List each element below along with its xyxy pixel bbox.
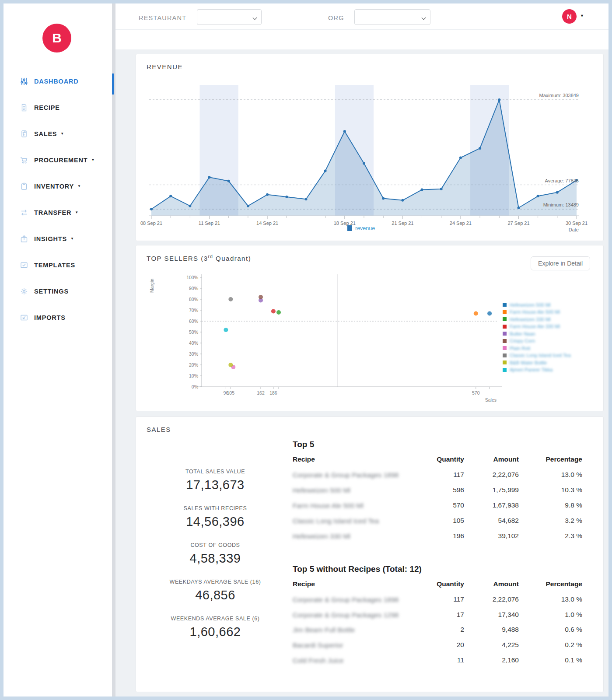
sidebar-item-inventory[interactable]: INVENTORY▼ — [3, 173, 112, 200]
sidebar-item-dashboard[interactable]: DASHBOARD — [3, 68, 112, 94]
svg-text:Margin: Margin — [149, 279, 154, 293]
stat-value: 14,56,396 — [152, 514, 279, 529]
procurement-icon — [20, 156, 28, 164]
scatter-legend-item[interactable]: Crispy Corn — [503, 339, 571, 343]
svg-text:11 Sep 21: 11 Sep 21 — [199, 220, 220, 226]
sidebar-divider — [112, 4, 115, 696]
chevron-down-icon — [253, 16, 257, 20]
scatter-legend-item[interactable]: Plain Roti — [503, 346, 571, 350]
quantity-cell: 11 — [425, 653, 464, 668]
amount-cell: 2,160 — [464, 653, 519, 668]
recipe-name: Bacardi Superior — [293, 641, 343, 650]
inventory-icon — [20, 182, 28, 191]
percentage-cell: 13.0 % — [519, 592, 582, 608]
sidebar-item-recipe[interactable]: RECIPE — [3, 94, 112, 121]
user-avatar[interactable]: N — [562, 9, 577, 24]
sidebar-item-transfer[interactable]: TRANSFER▼ — [3, 200, 112, 226]
legend-swatch — [503, 339, 507, 343]
quantity-cell: 570 — [425, 498, 464, 514]
sidebar-item-insights[interactable]: INSIGHTS▼ — [3, 226, 112, 252]
recipe-name: Cold Fresh Juice — [293, 656, 343, 665]
active-nav-indicator — [112, 74, 114, 94]
sidebar-nav: DASHBOARDRECIPESALES▼PROCUREMENT▼INVENTO… — [3, 68, 112, 331]
sidebar-item-settings[interactable]: SETTINGS — [3, 278, 112, 304]
table-header: Recipe — [293, 455, 425, 468]
amount-cell: 1,75,999 — [464, 483, 519, 498]
svg-text:90%: 90% — [189, 286, 198, 291]
table-row: Hefeweizen 330 Ml19639,1022.3 % — [293, 529, 582, 544]
svg-text:162: 162 — [257, 390, 265, 396]
legend-swatch — [503, 368, 507, 372]
svg-text:revenue: revenue — [355, 225, 375, 231]
scatter-legend-item[interactable]: Ajmeri Paneer Tikka — [503, 368, 571, 372]
amount-cell: 9,488 — [464, 623, 519, 638]
restaurant-label: RESTAURANT — [139, 14, 186, 21]
table-header: Recipe — [293, 580, 425, 592]
topbar: RESTAURANT ORG N ▼ — [115, 4, 609, 29]
sidebar-item-procurement[interactable]: PROCUREMENT▼ — [3, 147, 112, 173]
top-sellers-card-title: TOP SELLERS (3rd Quadrant) — [147, 254, 251, 262]
scatter-legend-item[interactable]: Hefeweizen 330 Ml — [503, 317, 571, 322]
legend-recipe-name: Farm House Ale 330 Ml — [510, 324, 560, 329]
amount-cell: 54,682 — [464, 514, 519, 529]
svg-text:18 Sep 21: 18 Sep 21 — [334, 220, 356, 226]
sidebar-item-label: DASHBOARD — [34, 78, 78, 85]
brand-logo[interactable]: B — [42, 24, 71, 52]
svg-text:24 Sep 21: 24 Sep 21 — [450, 220, 472, 226]
stat-label: WEEKDAYS AVERAGE SALE (16) — [152, 579, 279, 585]
templates-icon — [20, 261, 28, 270]
legend-recipe-name: Hefeweizen 330 Ml — [510, 317, 551, 322]
svg-text:0%: 0% — [192, 384, 198, 389]
sales-table: RecipeQuantityAmountPercentageCorporate … — [293, 455, 582, 544]
stat-value: 17,13,673 — [152, 478, 279, 492]
restaurant-select[interactable] — [197, 9, 262, 25]
org-select[interactable] — [354, 9, 430, 25]
recipe-name: Corporate & Group Packages 1298 — [293, 611, 399, 620]
recipe-name: Hefeweizen 330 Ml — [293, 532, 350, 541]
chevron-down-icon: ▼ — [77, 185, 81, 188]
sales-stat: WEEKDAYS AVERAGE SALE (16)46,856 — [152, 579, 279, 602]
settings-icon — [20, 287, 28, 296]
scatter-legend-item[interactable]: Hefeweizen 500 Ml — [503, 302, 571, 307]
revenue-card: 08 Sep 2111 Sep 2114 Sep 2118 Sep 2121 S… — [136, 54, 604, 241]
table-row: Corporate & Group Packages 12981717,3401… — [293, 608, 582, 623]
svg-text:50%: 50% — [189, 329, 198, 335]
table-row: Cold Fresh Juice112,1600.1 % — [293, 653, 582, 668]
scatter-legend-item[interactable]: Farm House Ale 330 Ml — [503, 324, 571, 329]
recipe-icon — [20, 103, 28, 112]
user-menu-caret-icon[interactable]: ▼ — [580, 14, 584, 18]
sales-stat: WEEKENDS AVERAGE SALE (6)1,60,662 — [152, 616, 279, 639]
recipe-name: Hefeweizen 500 Ml — [293, 486, 350, 495]
amount-cell: 4,225 — [464, 638, 519, 653]
sidebar-item-templates[interactable]: TEMPLATES — [3, 252, 112, 278]
svg-text:10%: 10% — [189, 373, 198, 378]
org-label: ORG — [328, 14, 344, 21]
revenue-card-title: REVENUE — [147, 63, 183, 70]
quantity-cell: 105 — [425, 514, 464, 529]
chevron-down-icon: ▼ — [60, 132, 64, 136]
percentage-cell: 0.6 % — [519, 623, 582, 638]
stat-label: TOTAL SALES VALUE — [152, 469, 279, 475]
quantity-cell: 117 — [425, 592, 464, 608]
amount-cell: 17,340 — [464, 608, 519, 623]
sidebar-item-label: IMPORTS — [34, 314, 66, 321]
scatter-legend-item[interactable]: Farm House Ale 500 Ml — [503, 310, 571, 315]
scatter-legend-item[interactable]: Butter Naan — [503, 331, 571, 336]
sales-tables: Top 5RecipeQuantityAmountPercentageCorpo… — [293, 440, 582, 668]
stat-value: 4,58,339 — [152, 551, 279, 566]
amount-cell: 2,22,076 — [464, 592, 519, 608]
svg-text:80%: 80% — [189, 297, 198, 302]
sidebar-item-sales[interactable]: SALES▼ — [3, 121, 112, 147]
sidebar-item-imports[interactable]: IMPORTS — [3, 304, 112, 331]
table-header: Amount — [464, 580, 519, 592]
percentage-cell: 2.3 % — [519, 529, 582, 544]
sidebar-item-label: SALES — [34, 130, 57, 137]
scatter-legend-item[interactable]: Classic Long Island Iced Tea — [503, 353, 571, 358]
scatter-legend-item[interactable]: B&B Water Bottle — [503, 360, 571, 365]
explore-in-detail-button[interactable]: Explore in Detail — [531, 256, 590, 270]
table-header: Percentage — [519, 580, 582, 592]
svg-text:40%: 40% — [189, 340, 198, 346]
svg-text:Sales: Sales — [485, 397, 497, 402]
svg-text:Minimum: 13489: Minimum: 13489 — [543, 202, 579, 207]
svg-text:30%: 30% — [189, 351, 198, 357]
